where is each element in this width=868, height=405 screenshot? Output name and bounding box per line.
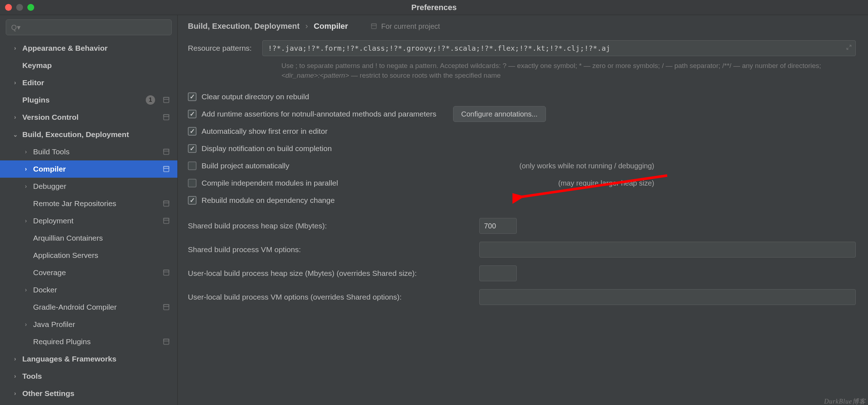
sidebar-item-build-tools[interactable]: ›Build Tools: [0, 143, 177, 160]
close-window-button[interactable]: [5, 4, 12, 11]
add-runtime-assertions-checkbox[interactable]: [188, 110, 196, 118]
svg-rect-10: [164, 218, 169, 224]
add-runtime-assertions-label: Add runtime assertions for notnull-annot…: [202, 110, 437, 118]
sidebar-item-app-servers[interactable]: Application Servers: [0, 247, 177, 264]
project-scope-icon: [162, 217, 170, 225]
chevron-right-icon: ›: [22, 287, 30, 293]
compile-parallel-label: Compile independent modules in parallel: [202, 179, 338, 187]
sidebar-item-remote-jar[interactable]: Remote Jar Repositories: [0, 195, 177, 212]
svg-rect-6: [164, 167, 169, 172]
shared-vm-label: Shared build process VM options:: [188, 245, 479, 254]
svg-rect-1: [164, 97, 169, 100]
rebuild-on-dep-change-label: Rebuild module on dependency change: [202, 196, 335, 205]
svg-rect-7: [164, 167, 169, 169]
sidebar-item-editor[interactable]: ›Editor: [0, 74, 177, 91]
user-vm-label: User-local build process VM options (ove…: [188, 293, 479, 301]
sidebar-item-languages-frameworks[interactable]: ›Languages & Frameworks: [0, 350, 177, 368]
sidebar-item-required-plugins[interactable]: Required Plugins: [0, 333, 177, 350]
svg-rect-17: [164, 339, 169, 341]
svg-rect-12: [164, 270, 169, 276]
main-panel: Build, Execution, Deployment › Compiler …: [178, 15, 868, 405]
user-vm-input[interactable]: [479, 289, 856, 305]
svg-rect-3: [164, 115, 169, 117]
resource-patterns-hint: Use ; to separate patterns and ! to nega…: [281, 61, 856, 80]
expand-icon[interactable]: [846, 44, 852, 53]
sidebar-item-docker[interactable]: ›Docker: [0, 281, 177, 299]
svg-rect-4: [164, 149, 169, 155]
svg-rect-2: [164, 115, 169, 120]
auto-show-error-checkbox[interactable]: [188, 127, 196, 136]
sidebar-item-version-control[interactable]: ›Version Control: [0, 109, 177, 126]
search-input[interactable]: [6, 19, 172, 35]
chevron-right-icon: ›: [12, 45, 19, 51]
shared-vm-input[interactable]: [479, 242, 856, 258]
sidebar-item-arquillian[interactable]: Arquillian Containers: [0, 229, 177, 247]
shared-heap-label: Shared build process heap size (Mbytes):: [188, 222, 479, 230]
shared-heap-input[interactable]: [479, 218, 517, 234]
sidebar-item-deployment[interactable]: ›Deployment: [0, 212, 177, 229]
compile-parallel-note: (may require larger heap size): [558, 179, 856, 187]
chevron-right-icon: ›: [22, 321, 30, 328]
project-scope-icon: [162, 165, 170, 173]
sidebar: ›Appearance & Behavior Keymap ›Editor Pl…: [0, 15, 178, 405]
window-controls: [5, 4, 34, 11]
sidebar-item-plugins[interactable]: Plugins 1: [0, 91, 177, 109]
sidebar-item-tools[interactable]: ›Tools: [0, 368, 177, 385]
svg-rect-8: [164, 201, 169, 206]
svg-rect-13: [164, 270, 169, 272]
svg-rect-16: [164, 339, 169, 345]
breadcrumb: Build, Execution, Deployment › Compiler …: [188, 22, 856, 31]
chevron-right-icon: ›: [22, 218, 30, 224]
resource-patterns-label: Resource patterns:: [188, 44, 252, 53]
svg-rect-0: [164, 97, 169, 103]
sidebar-item-java-profiler[interactable]: ›Java Profiler: [0, 316, 177, 333]
configure-annotations-button[interactable]: Configure annotations...: [453, 106, 546, 122]
settings-tree: ›Appearance & Behavior Keymap ›Editor Pl…: [0, 40, 177, 404]
project-scope-icon: [162, 200, 170, 208]
user-heap-input[interactable]: [479, 265, 517, 281]
sidebar-item-debugger[interactable]: ›Debugger: [0, 178, 177, 195]
minimize-window-button[interactable]: [16, 4, 23, 11]
build-project-automatically-checkbox[interactable]: [188, 161, 196, 170]
build-project-automatically-note: (only works while not running / debuggin…: [519, 162, 856, 170]
breadcrumb-parent[interactable]: Build, Execution, Deployment: [188, 22, 299, 31]
project-scope-icon: [370, 23, 378, 30]
sidebar-item-compiler[interactable]: ›Compiler: [0, 160, 177, 178]
chevron-right-icon: ›: [305, 22, 308, 31]
svg-rect-18: [372, 24, 376, 28]
svg-rect-5: [164, 149, 169, 151]
clear-output-checkbox[interactable]: [188, 92, 196, 101]
project-scope-icon: [162, 338, 170, 346]
chevron-right-icon: ›: [12, 356, 19, 362]
breadcrumb-current: Compiler: [314, 22, 348, 31]
svg-rect-19: [372, 24, 376, 26]
user-heap-label: User-local build process heap size (Mbyt…: [188, 269, 479, 278]
chevron-right-icon: ›: [22, 166, 30, 172]
maximize-window-button[interactable]: [27, 4, 34, 11]
sidebar-item-keymap[interactable]: Keymap: [0, 57, 177, 74]
chevron-down-icon: ⌄: [12, 131, 19, 138]
plugins-badge: 1: [146, 95, 155, 105]
sidebar-item-build-execution-deployment[interactable]: ⌄Build, Execution, Deployment: [0, 126, 177, 143]
sidebar-item-gradle-android[interactable]: Gradle-Android Compiler: [0, 299, 177, 316]
svg-rect-14: [164, 305, 169, 310]
scope-indicator: For current project: [370, 22, 440, 31]
project-scope-icon: [162, 113, 170, 121]
display-notification-checkbox[interactable]: [188, 144, 196, 153]
chevron-right-icon: ›: [22, 183, 30, 190]
rebuild-on-dep-change-checkbox[interactable]: [188, 196, 196, 205]
chevron-right-icon: ›: [12, 114, 19, 120]
project-scope-icon: [162, 148, 170, 156]
compile-parallel-checkbox[interactable]: [188, 179, 196, 187]
sidebar-item-appearance[interactable]: ›Appearance & Behavior: [0, 40, 177, 57]
sidebar-item-coverage[interactable]: Coverage: [0, 264, 177, 281]
project-scope-icon: [162, 269, 170, 277]
sidebar-item-other-settings[interactable]: ›Other Settings: [0, 385, 177, 402]
clear-output-label: Clear output directory on rebuild: [202, 92, 309, 101]
chevron-right-icon: ›: [12, 390, 19, 397]
chevron-right-icon: ›: [12, 79, 19, 86]
titlebar: Preferences: [0, 0, 868, 15]
resource-patterns-input[interactable]: [262, 40, 856, 56]
build-project-automatically-label: Build project automatically: [202, 161, 289, 170]
display-notification-label: Display notification on build completion: [202, 144, 332, 153]
